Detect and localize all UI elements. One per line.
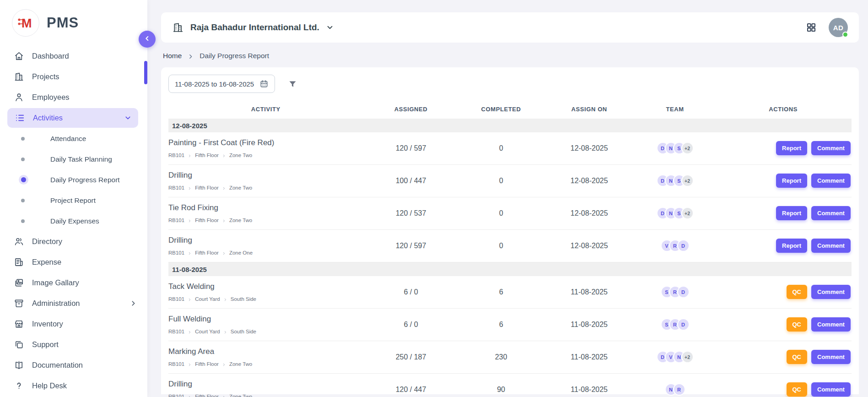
top-bar: Raja Bahadur International Ltd. AD [161,12,859,43]
assigned-value: 120 / 597 [363,242,459,250]
breadcrumb-current: Daily Progress Report [199,52,269,60]
user-avatar[interactable]: AD [829,18,848,37]
table-row: Marking AreaRB101Fifth FloorZone Two250 … [168,341,852,374]
activity-cell: Marking AreaRB101Fifth FloorZone Two [168,347,363,367]
comment-button[interactable]: Comment [811,382,851,397]
assign-on-value: 12-08-2025 [544,144,635,152]
qc-button[interactable]: QC [787,350,808,364]
list-icon [15,113,25,123]
path-segment: RB101 [168,250,184,256]
table-row: DrillingRB101Fifth FloorZone Two120 / 44… [168,374,852,397]
sidebar-item-help-desk[interactable]: Help Desk [0,375,147,396]
chevron-right-icon [188,53,194,59]
sidebar-item-dashboard[interactable]: Dashboard [0,46,147,66]
chevron-right-icon [188,362,192,366]
assigned-value: 100 / 447 [363,177,459,185]
comment-button[interactable]: Comment [811,285,851,299]
comment-button[interactable]: Comment [811,206,851,220]
sidebar-item-support[interactable]: Support [0,334,147,355]
sidebar-collapse-button[interactable] [139,31,156,48]
path-segment: RB101 [168,361,184,367]
team-avatar: D [677,286,690,298]
content-card: 11-08-2025 to 16-08-2025 ACTIVITYASSIGNE… [161,67,859,394]
report-button[interactable]: Report [776,206,807,220]
activity-path: RB101Fifth FloorZone Two [168,185,360,190]
path-segment: RB101 [168,296,184,302]
comment-button[interactable]: Comment [811,239,851,253]
comment-button[interactable]: Comment [811,350,851,364]
table-header-row: ACTIVITYASSIGNEDCOMPLETEDASSIGN ONTEAMAC… [168,99,852,119]
completed-value: 90 [459,386,544,394]
team-avatars: SRD [635,286,715,298]
team-avatars: DNS+2 [635,207,715,219]
sidebar-item-directory[interactable]: Directory [0,231,147,252]
filter-row: 11-08-2025 to 16-08-2025 [168,74,852,99]
actions-cell: ReportComment [715,206,852,220]
sidebar-subitem-label: Daily Expenses [50,217,99,225]
activity-path: RB101Fifth FloorZone Two [168,152,360,158]
sidebar-subitem-project-report[interactable]: Project Report [0,190,147,211]
path-segment: RB101 [168,152,184,158]
activity-title: Tack Welding [168,282,360,291]
completed-value: 230 [459,353,544,361]
path-segment: RB101 [168,218,184,223]
sidebar-item-administration[interactable]: Administration [0,293,147,314]
sidebar-item-inventory[interactable]: Inventory [0,314,147,334]
sidebar-subitem-daily-expenses[interactable]: Daily Expenses [0,211,147,231]
avatar-initials: AD [833,24,844,32]
date-range-input[interactable]: 11-08-2025 to 16-08-2025 [168,75,275,93]
qc-button[interactable]: QC [787,382,808,397]
sidebar-item-image-gallary[interactable]: Image Gallary [0,272,147,293]
chevron-down-icon [326,23,334,32]
sidebar-item-label: Dashboard [32,52,69,60]
sidebar-subitem-daily-progress-report[interactable]: Daily Progress Report [0,169,147,190]
team-avatars: DNS+2 [635,142,715,154]
sidebar-item-label: Support [32,340,59,349]
qc-button[interactable]: QC [787,285,808,299]
chevron-right-icon [223,330,227,334]
team-avatar: D [677,318,690,331]
sidebar-item-projects[interactable]: Projects [0,66,147,87]
help-icon [14,381,24,391]
team-extra-count: +2 [681,174,694,187]
chevron-down-icon [124,114,132,122]
grid-icon[interactable] [806,22,817,33]
chevron-right-icon [222,395,226,397]
sidebar-item-documentation[interactable]: Documentation [0,355,147,375]
path-segment: Fifth Floor [195,394,219,397]
completed-value: 0 [459,144,544,152]
date-range-value: 11-08-2025 to 16-08-2025 [175,80,254,88]
path-segment: Fifth Floor [195,250,219,256]
qc-button[interactable]: QC [787,317,808,332]
filter-icon[interactable] [288,79,297,89]
comment-button[interactable]: Comment [811,174,851,188]
actions-cell: QCComment [715,382,852,397]
company-selector[interactable]: Raja Bahadur International Ltd. [172,22,334,33]
path-segment: RB101 [168,329,184,334]
report-button[interactable]: Report [776,174,807,188]
report-button[interactable]: Report [776,141,807,155]
sidebar-subitem-label: Attendance [50,135,86,143]
column-header-completed: COMPLETED [459,106,544,113]
sidebar-subitem-daily-task-planning[interactable]: Daily Task Planning [0,149,147,169]
active-section-indicator [144,61,147,84]
sidebar-item-activities[interactable]: Activities [7,108,138,128]
sidebar-subitem-label: Project Report [50,196,96,205]
team-avatars: DNS+2 [635,174,715,187]
comment-button[interactable]: Comment [811,141,851,155]
sidebar: M PMS DashboardProjectsEmployeesActiviti… [0,0,147,397]
comment-button[interactable]: Comment [811,317,851,332]
activity-cell: Full WeldingRB101Court YardSouth Side [168,315,363,334]
sidebar-item-expense[interactable]: Expense [0,252,147,272]
table-body: 12-08-2025Painting - First Coat (Fire Re… [168,119,852,397]
sidebar-subitem-attendance[interactable]: Attendance [0,128,147,149]
building-icon [172,22,184,33]
bullet-dot-icon [21,199,25,202]
bullet-dot-icon [21,158,25,161]
home-icon [14,51,24,61]
report-button[interactable]: Report [776,239,807,253]
sidebar-item-employees[interactable]: Employees [0,87,147,108]
breadcrumb-home[interactable]: Home [163,52,182,60]
completed-value: 0 [459,177,544,185]
assign-on-value: 11-08-2025 [544,386,635,394]
